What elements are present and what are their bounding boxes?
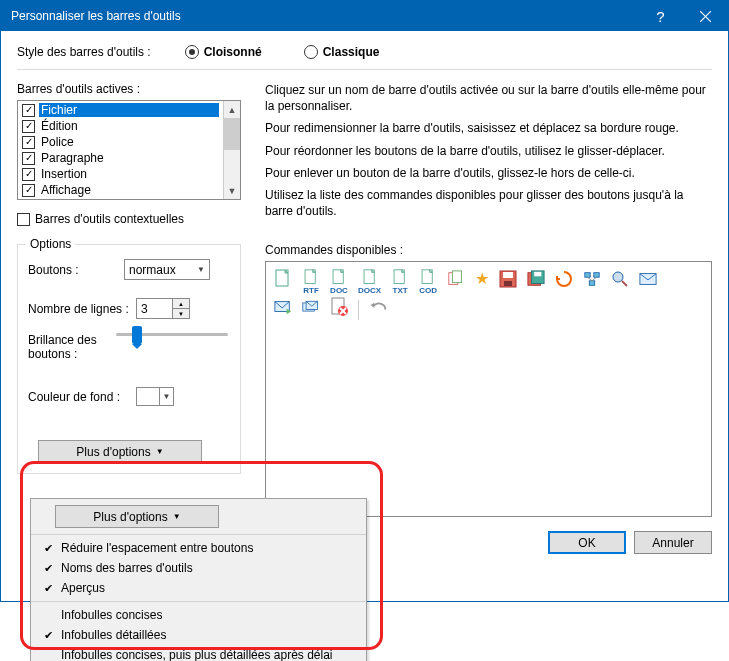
menu-item[interactable]: ✔ Aperçus	[31, 578, 366, 598]
checkbox-icon[interactable]	[22, 152, 35, 165]
radio-icon	[304, 45, 318, 59]
radio-classique-label: Classique	[323, 45, 380, 59]
more-options-menu: Plus d'options ▼ ✔ Réduire l'espacement …	[30, 498, 367, 661]
doc-doc-icon[interactable]: DOC	[330, 269, 348, 295]
more-options-label: Plus d'options	[93, 510, 167, 524]
radio-classique[interactable]: Classique	[304, 45, 380, 59]
menu-item[interactable]: Infobulles concises	[31, 605, 366, 625]
slider-thumb-icon[interactable]	[132, 326, 142, 344]
close-doc-icon[interactable]	[330, 297, 348, 323]
list-item-label: Affichage	[39, 183, 219, 197]
brightness-label: Brillance des boutons :	[28, 333, 114, 361]
menu-item-label: Infobulles concises, puis plus détaillée…	[57, 648, 352, 661]
lines-spinner[interactable]: ▲ ▼	[136, 298, 190, 319]
list-item[interactable]: Affichage	[18, 182, 223, 198]
list-item-label: Paragraphe	[39, 151, 219, 165]
brightness-slider[interactable]	[114, 333, 230, 336]
help-button[interactable]: ?	[638, 1, 683, 31]
list-item[interactable]: Fichier	[18, 102, 223, 118]
active-toolbars-list[interactable]: Fichier Édition Police Paragraphe	[17, 100, 241, 200]
more-options-button[interactable]: Plus d'options ▼	[55, 505, 219, 528]
scroll-down-icon[interactable]: ▼	[224, 182, 240, 199]
help-line: Pour réordonner les boutons de la barre …	[265, 143, 712, 159]
scrollbar[interactable]: ▲ ▼	[223, 101, 240, 199]
titlebar: Personnaliser les barres d'outils ?	[1, 1, 728, 31]
checkbox-icon[interactable]	[22, 184, 35, 197]
doc-cod-icon[interactable]: COD	[419, 269, 437, 295]
mail-multi-icon[interactable]	[302, 297, 320, 323]
spin-up-icon[interactable]: ▲	[173, 299, 189, 309]
menu-item[interactable]: ✔ Réduire l'espacement entre boutons	[31, 538, 366, 558]
separator	[17, 69, 712, 70]
search-icon[interactable]	[611, 269, 629, 295]
doc-rtf-icon[interactable]: RTF	[302, 269, 320, 295]
checkbox-icon[interactable]	[22, 168, 35, 181]
list-item-label: Fichier	[39, 103, 219, 117]
lines-input[interactable]	[136, 298, 172, 319]
help-text: Cliquez sur un nom de barre d'outils act…	[265, 82, 712, 219]
lines-label: Nombre de lignes :	[28, 302, 136, 316]
active-toolbars-label: Barres d'outils actives :	[17, 82, 241, 96]
contextual-label: Barres d'outils contextuelles	[35, 212, 184, 226]
buttons-value: normaux	[129, 263, 176, 277]
commands-list[interactable]: RTF DOC DOCX TXT	[265, 261, 712, 517]
cancel-button[interactable]: Annuler	[634, 531, 712, 554]
star-icon[interactable]: ★	[475, 269, 489, 295]
checkbox-icon[interactable]	[22, 120, 35, 133]
close-button[interactable]	[683, 1, 728, 31]
floppy-save-icon[interactable]	[499, 269, 517, 295]
separator-icon	[358, 300, 359, 320]
checkbox-icon[interactable]	[22, 104, 35, 117]
options-group: Options Boutons : normaux ▼ Nombre de li…	[17, 244, 241, 474]
chevron-down-icon[interactable]: ▼	[159, 388, 173, 405]
mail-send-icon[interactable]	[274, 297, 292, 323]
more-options-label: Plus d'options	[76, 445, 150, 459]
menu-item[interactable]: Infobulles concises, puis plus détaillée…	[31, 645, 366, 661]
svg-rect-18	[589, 281, 594, 286]
spin-down-icon[interactable]: ▼	[173, 309, 189, 318]
buttons-dropdown[interactable]: normaux ▼	[124, 259, 210, 280]
menu-item[interactable]: ✔ Infobulles détaillées	[31, 625, 366, 645]
list-item[interactable]: Paragraphe	[18, 150, 223, 166]
help-line: Pour redimensionner la barre d'outils, s…	[265, 120, 712, 136]
recycle-icon[interactable]	[555, 269, 573, 295]
list-item-label: Édition	[39, 119, 219, 133]
scroll-up-icon[interactable]: ▲	[224, 101, 240, 118]
mail-icon[interactable]	[639, 269, 657, 295]
list-item[interactable]: Police	[18, 134, 223, 150]
more-options-button[interactable]: Plus d'options ▼	[38, 440, 202, 463]
help-line: Utilisez la liste des commandes disponib…	[265, 187, 712, 219]
svg-rect-11	[503, 272, 513, 278]
check-icon: ✔	[39, 542, 57, 555]
ok-button[interactable]: OK	[548, 531, 626, 554]
checkbox-icon[interactable]	[22, 136, 35, 149]
menu-item-label: Réduire l'espacement entre boutons	[57, 541, 352, 555]
doc-docx-icon[interactable]: DOCX	[358, 269, 381, 295]
chevron-down-icon: ▼	[197, 265, 205, 274]
new-doc-icon[interactable]	[274, 269, 292, 295]
radio-cloisonne[interactable]: Cloisonné	[185, 45, 262, 59]
network-icon[interactable]	[583, 269, 601, 295]
bgcolor-label: Couleur de fond :	[28, 390, 136, 404]
list-item[interactable]: Édition	[18, 118, 223, 134]
menu-item-label: Infobulles détaillées	[57, 628, 352, 642]
bgcolor-picker[interactable]: ▼	[136, 387, 174, 406]
list-item[interactable]: Insertion	[18, 166, 223, 182]
docs-stack-icon[interactable]	[447, 269, 465, 295]
menu-item-label: Noms des barres d'outils	[57, 561, 352, 575]
triangle-down-icon: ▼	[173, 512, 181, 521]
svg-rect-9	[453, 271, 462, 283]
help-line: Cliquez sur un nom de barre d'outils act…	[265, 82, 712, 114]
radio-icon	[185, 45, 199, 59]
doc-txt-icon[interactable]: TXT	[391, 269, 409, 295]
contextual-checkbox[interactable]	[17, 213, 30, 226]
check-icon: ✔	[39, 582, 57, 595]
list-item-label: Insertion	[39, 167, 219, 181]
menu-item[interactable]: ✔ Noms des barres d'outils	[31, 558, 366, 578]
undo-icon[interactable]	[369, 297, 387, 323]
svg-point-19	[613, 272, 623, 282]
scroll-thumb[interactable]	[224, 118, 240, 150]
check-icon: ✔	[39, 562, 57, 575]
radio-cloisonne-label: Cloisonné	[204, 45, 262, 59]
floppy-saveall-icon[interactable]	[527, 269, 545, 295]
